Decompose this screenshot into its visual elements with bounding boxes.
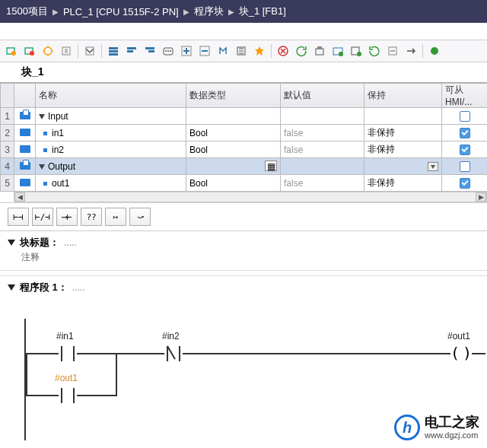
tb-btn-11[interactable] — [196, 43, 213, 59]
col-name[interactable]: 名称 — [36, 84, 186, 108]
tb-btn-1[interactable] — [3, 43, 20, 59]
scroll-right-icon[interactable]: ▶ — [476, 192, 486, 202]
svg-point-15 — [165, 50, 167, 52]
bullet-icon — [43, 182, 47, 186]
lad-nc-contact[interactable]: ⊢/⊣ — [32, 208, 53, 226]
hmi-checkbox[interactable] — [460, 178, 470, 189]
tb-btn-23[interactable] — [426, 43, 443, 59]
var-icon — [20, 179, 30, 186]
svg-point-25 — [339, 52, 343, 56]
svg-point-17 — [170, 50, 171, 52]
watermark-url: www.dgzj.com — [425, 431, 479, 440]
tb-btn-17[interactable] — [311, 43, 328, 59]
hmi-checkbox[interactable] — [460, 145, 470, 155]
lad-no-contact[interactable]: ⊢⊣ — [8, 208, 29, 226]
network-section[interactable]: 程序段 1： ..... — [0, 275, 487, 296]
tag-in2[interactable]: #in2 — [162, 331, 180, 342]
contact-in1[interactable] — [59, 346, 77, 361]
tb-btn-19[interactable] — [348, 43, 364, 59]
tag-out1-branch[interactable]: #out1 — [55, 373, 78, 383]
tb-btn-20[interactable] — [366, 43, 383, 59]
lad-branch-close[interactable]: ⤻ — [129, 208, 151, 226]
tb-btn-14[interactable] — [251, 43, 268, 59]
tb-btn-10[interactable] — [178, 43, 195, 59]
watermark-logo-icon: h — [394, 415, 420, 440]
tb-btn-18[interactable] — [329, 43, 346, 59]
main-toolbar — [0, 40, 487, 62]
bc-folder[interactable]: 程序块 — [194, 5, 224, 18]
col-hmi[interactable]: 可从 HMI/... — [442, 84, 488, 108]
tb-btn-8[interactable] — [142, 43, 158, 59]
bullet-icon — [43, 148, 47, 152]
svg-point-29 — [431, 47, 438, 55]
h-scrollbar[interactable]: ◀ ▶ — [14, 192, 487, 202]
header-row: 名称 数据类型 默认值 保持 可从 HMI/... — [1, 84, 488, 108]
dropdown-icon[interactable] — [428, 162, 438, 171]
lad-coil[interactable]: ⟶⊢ — [56, 208, 78, 226]
block-name: 块_1 — [0, 62, 487, 82]
collapse-icon[interactable] — [8, 240, 15, 246]
scroll-left-icon[interactable]: ◀ — [14, 192, 25, 202]
hmi-checkbox[interactable] — [460, 111, 470, 122]
tag-in1[interactable]: #in1 — [56, 331, 74, 342]
svg-rect-10 — [127, 47, 136, 49]
tb-btn-6[interactable] — [105, 43, 122, 59]
tb-btn-9[interactable] — [160, 43, 177, 59]
interface-table: 名称 数据类型 默认值 保持 可从 HMI/... 1 Input 2 in1 … — [0, 82, 487, 202]
svg-rect-9 — [109, 53, 118, 56]
lad-box[interactable]: ?? — [81, 208, 102, 226]
tb-btn-5[interactable] — [81, 43, 98, 59]
bc-block[interactable]: 块_1 [FB1] — [239, 5, 286, 18]
bc-sep: ▶ — [53, 8, 59, 16]
tb-btn-4[interactable] — [58, 43, 75, 59]
collapse-icon[interactable] — [8, 284, 15, 291]
tb-btn-3[interactable] — [40, 43, 56, 59]
svg-rect-8 — [109, 50, 118, 52]
hmi-checkbox[interactable] — [460, 128, 470, 138]
var-icon — [20, 145, 30, 153]
bc-sep: ▶ — [228, 8, 234, 16]
coil-out1[interactable] — [450, 346, 472, 361]
tb-btn-16[interactable] — [293, 43, 310, 59]
bc-sep: ▶ — [183, 8, 189, 16]
tb-btn-21[interactable] — [384, 43, 401, 59]
row-in2[interactable]: 3 in2 Bool false 非保持 — [1, 141, 488, 158]
svg-rect-22 — [316, 49, 323, 55]
tb-btn-2[interactable] — [21, 43, 38, 59]
tb-btn-12[interactable] — [215, 43, 231, 59]
row-input[interactable]: 1 Input — [1, 108, 488, 125]
svg-rect-12 — [145, 47, 154, 49]
block-comment[interactable]: 注释 — [0, 251, 487, 271]
svg-point-27 — [357, 52, 361, 56]
watermark: h 电工之家 www.dgzj.com — [394, 415, 479, 440]
row-in1[interactable]: 2 in1 Bool false 非保持 — [1, 125, 488, 141]
col-dtype[interactable]: 数据类型 — [186, 84, 281, 108]
expand-icon[interactable] — [39, 164, 45, 170]
col-default[interactable]: 默认值 — [281, 84, 364, 108]
row-out1[interactable]: 5 out1 Bool false 非保持 — [1, 175, 488, 192]
svg-rect-11 — [127, 50, 133, 52]
expand-icon[interactable] — [39, 114, 45, 119]
row-output[interactable]: 4 Output ▦ — [1, 158, 488, 175]
bc-plc[interactable]: PLC_1 [CPU 1515F-2 PN] — [63, 6, 179, 17]
tb-btn-15[interactable] — [275, 43, 291, 59]
svg-point-4 — [44, 47, 52, 55]
svg-point-16 — [167, 50, 169, 52]
tag-out1[interactable]: #out1 — [447, 331, 470, 342]
var-icon — [20, 129, 30, 136]
contact-in2-nc[interactable] — [164, 346, 183, 361]
struct-icon — [20, 162, 30, 170]
tb-btn-22[interactable] — [403, 43, 419, 59]
hmi-checkbox[interactable] — [460, 161, 470, 172]
bc-project[interactable]: 1500项目 — [6, 5, 48, 18]
svg-rect-6 — [86, 47, 94, 55]
lad-branch-open[interactable]: ↦ — [105, 208, 126, 226]
svg-rect-13 — [148, 50, 154, 52]
type-picker-icon[interactable]: ▦ — [265, 160, 277, 171]
svg-rect-23 — [317, 46, 322, 49]
block-title-section[interactable]: 块标题： ..... — [0, 231, 487, 251]
tb-btn-7[interactable] — [123, 43, 140, 59]
col-retain[interactable]: 保持 — [364, 84, 442, 108]
tb-btn-13[interactable] — [233, 43, 250, 59]
contact-out1[interactable] — [59, 388, 77, 403]
